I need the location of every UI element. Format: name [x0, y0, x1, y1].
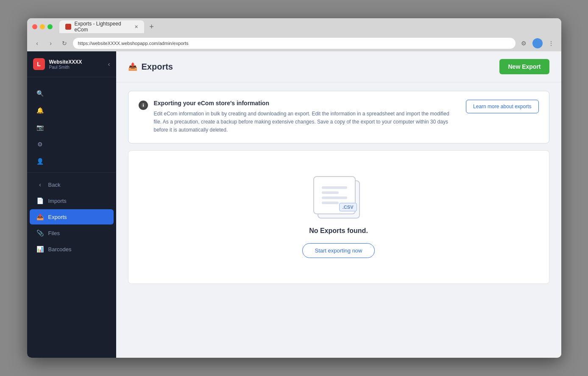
sidebar-item-imports-label: Imports [48, 198, 67, 204]
files-icon: 📎 [36, 229, 44, 237]
info-text: Exporting your eCom store's information … [154, 100, 458, 135]
sidebar-item-files-label: Files [48, 230, 60, 236]
file-line-1 [322, 186, 347, 189]
file-line-4 [322, 202, 339, 204]
info-card-title: Exporting your eCom store's information [154, 100, 458, 107]
page-body: Exporting your eCom store's information … [116, 82, 561, 292]
file-line-2 [322, 191, 339, 194]
tab-title: Exports - Lightspeed eCom [75, 21, 131, 33]
browser-tab[interactable]: Exports - Lightspeed eCom ✕ [59, 20, 144, 33]
new-tab-button[interactable]: + [146, 21, 158, 33]
page-header: 📤 Exports New Export [116, 51, 561, 82]
exports-icon: 📤 [36, 213, 44, 221]
users-icon: 👤 [36, 157, 44, 165]
search-icon: 🔍 [36, 90, 44, 97]
sidebar-item-users[interactable]: 👤 [30, 154, 114, 169]
bell-icon: 🔔 [36, 107, 44, 114]
brand-user: Paul Smith [49, 65, 82, 70]
brand-name: WebsiteXXXX [49, 59, 82, 65]
page-title-row: 📤 Exports [128, 62, 173, 72]
empty-state-title: No Exports found. [309, 227, 368, 235]
new-export-button[interactable]: New Export [499, 59, 549, 74]
more-nav-icon[interactable]: ⋮ [546, 38, 556, 48]
sidebar-header: L WebsiteXXXX Paul Smith ‹ [27, 51, 116, 77]
sidebar-item-files[interactable]: 📎 Files [30, 225, 114, 241]
back-icon: ‹ [36, 181, 44, 188]
main-content: 📤 Exports New Export [116, 51, 561, 358]
nav-right-icons: ⚙ ⋮ [519, 38, 556, 48]
settings-nav-icon[interactable]: ⚙ [519, 38, 529, 48]
sidebar-item-exports-label: Exports [48, 214, 67, 220]
gear-icon: ⚙ [36, 140, 44, 148]
browser-nav: ‹ › ↻ https://websiteXXXX.webshopapp.com… [27, 35, 561, 51]
traffic-lights [32, 24, 53, 29]
csv-badge: .CSV [339, 203, 357, 211]
sidebar-collapse-icon[interactable]: ‹ [108, 61, 110, 67]
brand-info: WebsiteXXXX Paul Smith [49, 59, 82, 70]
camera-icon: 📷 [36, 123, 44, 131]
tab-close-icon[interactable]: ✕ [134, 24, 138, 30]
sidebar-item-notifications[interactable]: 🔔 [30, 103, 114, 118]
sidebar-nav: 🔍 🔔 📷 ⚙ 👤 ‹ [27, 77, 116, 262]
file-front: .CSV [313, 176, 356, 214]
info-icon [139, 101, 148, 110]
browser-titlebar: Exports - Lightspeed eCom ✕ + [27, 18, 561, 35]
sidebar-item-media[interactable]: 📷 [30, 120, 114, 135]
sidebar-item-back-label: Back [48, 182, 61, 188]
address-text: https://websiteXXXX.webshopapp.com/admin… [78, 41, 189, 46]
minimize-button[interactable] [40, 24, 45, 29]
info-card-description: Edit eCom information in bulk by creatin… [154, 110, 458, 135]
close-button[interactable] [32, 24, 37, 29]
file-line-3 [322, 196, 347, 199]
barcodes-icon: 📊 [36, 245, 44, 253]
csv-illustration: .CSV [313, 176, 364, 219]
back-nav-button[interactable]: ‹ [32, 38, 42, 48]
start-exporting-button[interactable]: Start exporting now [302, 243, 374, 258]
sidebar: L WebsiteXXXX Paul Smith ‹ 🔍 🔔 [27, 51, 116, 358]
maximize-button[interactable] [47, 24, 53, 29]
browser-window: Exports - Lightspeed eCom ✕ + ‹ › ↻ http… [27, 18, 561, 358]
sidebar-item-imports[interactable]: 📄 Imports [30, 193, 114, 208]
page-title-icon: 📤 [128, 62, 137, 71]
page-title: Exports [142, 62, 173, 72]
info-card-left: Exporting your eCom store's information … [139, 100, 458, 135]
sidebar-item-barcodes-label: Barcodes [48, 246, 72, 253]
forward-nav-button[interactable]: › [46, 38, 56, 48]
empty-state-card: .CSV No Exports found. Start exporting n… [128, 150, 549, 284]
sidebar-brand: L WebsiteXXXX Paul Smith [33, 58, 82, 70]
sidebar-item-back[interactable]: ‹ Back [30, 177, 114, 192]
info-card: Exporting your eCom store's information … [128, 91, 549, 143]
tab-bar: Exports - Lightspeed eCom ✕ + [59, 20, 556, 33]
address-bar[interactable]: https://websiteXXXX.webshopapp.com/admin… [73, 38, 516, 49]
learn-more-button[interactable]: Learn more about exports [466, 100, 538, 113]
svg-rect-2 [143, 104, 144, 104]
sidebar-item-barcodes[interactable]: 📊 Barcodes [30, 241, 114, 257]
imports-icon: 📄 [36, 197, 44, 205]
refresh-nav-button[interactable]: ↻ [59, 38, 70, 48]
app-content: L WebsiteXXXX Paul Smith ‹ 🔍 🔔 [27, 51, 561, 358]
tab-favicon [65, 24, 71, 30]
svg-rect-1 [143, 105, 144, 107]
brand-logo: L [33, 58, 45, 70]
sidebar-item-search[interactable]: 🔍 [30, 86, 114, 101]
sidebar-item-exports[interactable]: 📤 Exports [30, 209, 114, 224]
sidebar-item-settings-nav[interactable]: ⚙ [30, 137, 114, 152]
user-avatar[interactable] [532, 38, 543, 48]
